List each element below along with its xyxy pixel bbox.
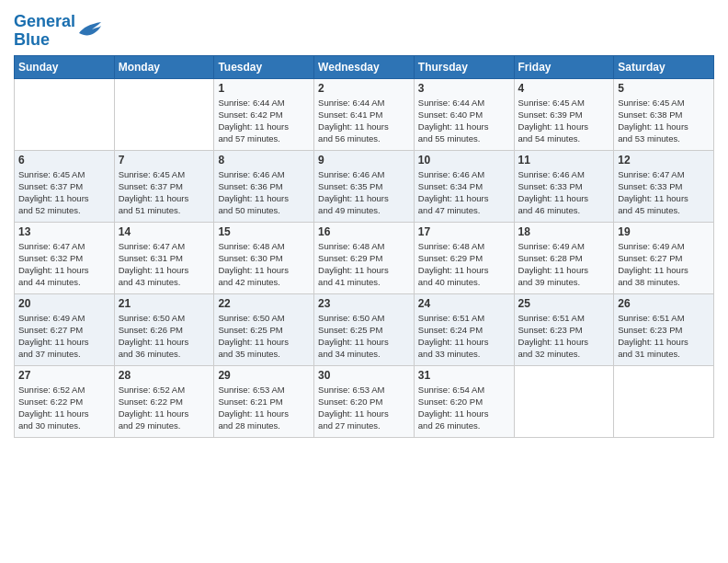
day-number: 27 xyxy=(18,369,110,382)
calendar-cell: 26Sunrise: 6:51 AM Sunset: 6:23 PM Dayli… xyxy=(614,293,714,365)
day-info: Sunrise: 6:53 AM Sunset: 6:20 PM Dayligh… xyxy=(318,384,410,432)
calendar-cell: 10Sunrise: 6:46 AM Sunset: 6:34 PM Dayli… xyxy=(414,150,514,222)
calendar-cell: 13Sunrise: 6:47 AM Sunset: 6:32 PM Dayli… xyxy=(15,222,115,293)
day-number: 29 xyxy=(218,369,310,382)
day-number: 25 xyxy=(518,297,610,310)
calendar-cell: 19Sunrise: 6:49 AM Sunset: 6:27 PM Dayli… xyxy=(614,222,714,293)
day-info: Sunrise: 6:51 AM Sunset: 6:23 PM Dayligh… xyxy=(618,312,710,361)
calendar-cell: 5Sunrise: 6:45 AM Sunset: 6:38 PM Daylig… xyxy=(614,78,714,150)
calendar-cell: 30Sunrise: 6:53 AM Sunset: 6:20 PM Dayli… xyxy=(314,365,415,437)
day-number: 8 xyxy=(218,154,310,167)
calendar-cell: 29Sunrise: 6:53 AM Sunset: 6:21 PM Dayli… xyxy=(214,365,314,437)
calendar-table: SundayMondayTuesdayWednesdayThursdayFrid… xyxy=(14,55,714,438)
calendar-cell: 4Sunrise: 6:45 AM Sunset: 6:39 PM Daylig… xyxy=(514,78,614,150)
calendar-cell: 2Sunrise: 6:44 AM Sunset: 6:41 PM Daylig… xyxy=(314,78,415,150)
calendar-cell: 12Sunrise: 6:47 AM Sunset: 6:33 PM Dayli… xyxy=(614,150,714,222)
day-info: Sunrise: 6:47 AM Sunset: 6:32 PM Dayligh… xyxy=(18,240,110,289)
day-number: 24 xyxy=(418,297,510,310)
day-info: Sunrise: 6:48 AM Sunset: 6:29 PM Dayligh… xyxy=(318,240,410,289)
logo: General Blue xyxy=(14,13,103,50)
calendar-cell: 3Sunrise: 6:44 AM Sunset: 6:40 PM Daylig… xyxy=(414,78,514,150)
day-number: 31 xyxy=(418,369,510,382)
day-number: 20 xyxy=(18,297,110,310)
logo-general: General xyxy=(14,12,75,30)
day-info: Sunrise: 6:46 AM Sunset: 6:35 PM Dayligh… xyxy=(318,168,410,217)
calendar-cell: 8Sunrise: 6:46 AM Sunset: 6:36 PM Daylig… xyxy=(214,150,314,222)
day-info: Sunrise: 6:50 AM Sunset: 6:25 PM Dayligh… xyxy=(218,312,310,361)
calendar-cell: 20Sunrise: 6:49 AM Sunset: 6:27 PM Dayli… xyxy=(15,293,115,365)
calendar-cell: 9Sunrise: 6:46 AM Sunset: 6:35 PM Daylig… xyxy=(314,150,415,222)
weekday-header-sunday: Sunday xyxy=(15,55,115,78)
day-info: Sunrise: 6:45 AM Sunset: 6:38 PM Dayligh… xyxy=(618,97,710,145)
day-number: 23 xyxy=(318,297,410,310)
day-info: Sunrise: 6:45 AM Sunset: 6:39 PM Dayligh… xyxy=(518,97,610,145)
calendar-cell: 17Sunrise: 6:48 AM Sunset: 6:29 PM Dayli… xyxy=(414,222,514,293)
week-row-4: 20Sunrise: 6:49 AM Sunset: 6:27 PM Dayli… xyxy=(15,293,714,365)
day-info: Sunrise: 6:49 AM Sunset: 6:27 PM Dayligh… xyxy=(618,240,710,289)
calendar-cell xyxy=(114,78,214,150)
weekday-header-monday: Monday xyxy=(114,55,214,78)
calendar-cell xyxy=(614,365,714,437)
week-row-3: 13Sunrise: 6:47 AM Sunset: 6:32 PM Dayli… xyxy=(15,222,714,293)
day-info: Sunrise: 6:51 AM Sunset: 6:24 PM Dayligh… xyxy=(418,312,510,361)
day-info: Sunrise: 6:51 AM Sunset: 6:23 PM Dayligh… xyxy=(518,312,610,361)
day-info: Sunrise: 6:49 AM Sunset: 6:28 PM Dayligh… xyxy=(518,240,610,289)
day-number: 13 xyxy=(18,225,110,238)
calendar-cell: 11Sunrise: 6:46 AM Sunset: 6:33 PM Dayli… xyxy=(514,150,614,222)
day-number: 18 xyxy=(518,225,610,238)
day-number: 22 xyxy=(218,297,310,310)
header-row: General Blue xyxy=(14,9,714,50)
day-info: Sunrise: 6:45 AM Sunset: 6:37 PM Dayligh… xyxy=(119,168,210,217)
weekday-header-wednesday: Wednesday xyxy=(314,55,415,78)
day-number: 12 xyxy=(618,154,710,167)
day-number: 28 xyxy=(119,369,210,382)
day-number: 4 xyxy=(518,82,610,95)
day-number: 6 xyxy=(18,154,110,167)
calendar-cell: 28Sunrise: 6:52 AM Sunset: 6:22 PM Dayli… xyxy=(114,365,214,437)
calendar-cell: 16Sunrise: 6:48 AM Sunset: 6:29 PM Dayli… xyxy=(314,222,415,293)
calendar-cell: 18Sunrise: 6:49 AM Sunset: 6:28 PM Dayli… xyxy=(514,222,614,293)
day-info: Sunrise: 6:50 AM Sunset: 6:26 PM Dayligh… xyxy=(119,312,210,361)
day-info: Sunrise: 6:44 AM Sunset: 6:42 PM Dayligh… xyxy=(218,97,310,145)
weekday-header-row: SundayMondayTuesdayWednesdayThursdayFrid… xyxy=(15,55,714,78)
logo-bird-icon xyxy=(77,20,103,39)
week-row-1: 1Sunrise: 6:44 AM Sunset: 6:42 PM Daylig… xyxy=(15,78,714,150)
day-number: 5 xyxy=(618,82,710,95)
day-number: 15 xyxy=(218,225,310,238)
day-number: 26 xyxy=(618,297,710,310)
day-info: Sunrise: 6:52 AM Sunset: 6:22 PM Dayligh… xyxy=(18,384,110,432)
day-info: Sunrise: 6:49 AM Sunset: 6:27 PM Dayligh… xyxy=(18,312,110,361)
day-info: Sunrise: 6:50 AM Sunset: 6:25 PM Dayligh… xyxy=(318,312,410,361)
day-number: 14 xyxy=(119,225,210,238)
calendar-cell xyxy=(15,78,115,150)
day-number: 3 xyxy=(418,82,510,95)
calendar-cell: 25Sunrise: 6:51 AM Sunset: 6:23 PM Dayli… xyxy=(514,293,614,365)
calendar-cell: 24Sunrise: 6:51 AM Sunset: 6:24 PM Dayli… xyxy=(414,293,514,365)
calendar-cell: 31Sunrise: 6:54 AM Sunset: 6:20 PM Dayli… xyxy=(414,365,514,437)
day-info: Sunrise: 6:47 AM Sunset: 6:33 PM Dayligh… xyxy=(618,168,710,217)
day-number: 21 xyxy=(119,297,210,310)
calendar-cell: 21Sunrise: 6:50 AM Sunset: 6:26 PM Dayli… xyxy=(114,293,214,365)
weekday-header-thursday: Thursday xyxy=(414,55,514,78)
day-number: 11 xyxy=(518,154,610,167)
calendar-container: General Blue SundayMondayTuesdayWednesda… xyxy=(0,0,728,452)
day-number: 1 xyxy=(218,82,310,95)
calendar-cell: 23Sunrise: 6:50 AM Sunset: 6:25 PM Dayli… xyxy=(314,293,415,365)
calendar-cell xyxy=(514,365,614,437)
day-number: 16 xyxy=(318,225,410,238)
calendar-cell: 7Sunrise: 6:45 AM Sunset: 6:37 PM Daylig… xyxy=(114,150,214,222)
day-info: Sunrise: 6:52 AM Sunset: 6:22 PM Dayligh… xyxy=(119,384,210,432)
day-info: Sunrise: 6:45 AM Sunset: 6:37 PM Dayligh… xyxy=(18,168,110,217)
day-number: 19 xyxy=(618,225,710,238)
day-info: Sunrise: 6:47 AM Sunset: 6:31 PM Dayligh… xyxy=(119,240,210,289)
calendar-cell: 6Sunrise: 6:45 AM Sunset: 6:37 PM Daylig… xyxy=(15,150,115,222)
weekday-header-tuesday: Tuesday xyxy=(214,55,314,78)
day-info: Sunrise: 6:48 AM Sunset: 6:29 PM Dayligh… xyxy=(418,240,510,289)
weekday-header-friday: Friday xyxy=(514,55,614,78)
day-number: 30 xyxy=(318,369,410,382)
day-info: Sunrise: 6:44 AM Sunset: 6:40 PM Dayligh… xyxy=(418,97,510,145)
day-number: 17 xyxy=(418,225,510,238)
day-number: 10 xyxy=(418,154,510,167)
day-info: Sunrise: 6:54 AM Sunset: 6:20 PM Dayligh… xyxy=(418,384,510,432)
day-number: 2 xyxy=(318,82,410,95)
